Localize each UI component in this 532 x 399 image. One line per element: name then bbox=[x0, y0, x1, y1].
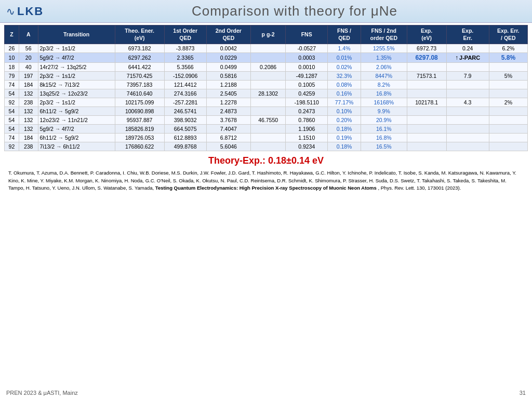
cell-experr bbox=[446, 134, 489, 142]
col-1stqed: 1st OrderQED bbox=[164, 25, 206, 44]
cell-2ndqed: 0.0229 bbox=[206, 53, 250, 63]
cell-theo: 100690.898 bbox=[115, 107, 164, 116]
cell-exp bbox=[407, 63, 446, 72]
main-title: Comparison with theory for μNe bbox=[192, 3, 397, 19]
cell-fns: -0.0527 bbox=[286, 44, 328, 53]
cell-fns2nd: 16.8% bbox=[361, 134, 407, 142]
cell-transition: 2p3/2 → 1s1/2 bbox=[38, 72, 115, 81]
cell-fnsqed: 0.16% bbox=[328, 89, 361, 98]
cell-fns2nd: 16.5% bbox=[361, 142, 407, 151]
theory-exp: Theory-Exp.: 0.18±0.14 eV bbox=[4, 155, 528, 166]
cell-fns2nd: 1.35% bbox=[361, 53, 407, 63]
cell-experr: 4.3 bbox=[446, 98, 489, 107]
cell-fnsqed: 0.19% bbox=[328, 134, 361, 142]
cell-fns2nd: 20.9% bbox=[361, 116, 407, 125]
cell-experrqed bbox=[489, 81, 527, 89]
col-2ndqed: 2nd OrderQED bbox=[206, 25, 250, 44]
cell-2ndqed: 0.0042 bbox=[206, 44, 250, 53]
footer: PREN 2023 & μASTI, Mainz 31 bbox=[0, 390, 532, 396]
references-bold: Testing Quantum Electrodynamics: High Pr… bbox=[155, 185, 377, 191]
references: T. Okumura, T. Azuma, D.A. Bennett, P. C… bbox=[8, 169, 524, 192]
cell-transition: 8k15/2 → 7i13/2 bbox=[38, 81, 115, 89]
cell-experr bbox=[446, 142, 489, 151]
cell-1stqed: 612.8893 bbox=[164, 134, 206, 142]
cell-experr bbox=[446, 89, 489, 98]
cell-fns2nd: 1255.5% bbox=[361, 44, 407, 53]
cell-1stqed: -3.8873 bbox=[164, 44, 206, 53]
cell-z: 54 bbox=[5, 107, 19, 116]
cell-experr bbox=[446, 81, 489, 89]
cell-fns: 0.0010 bbox=[286, 63, 328, 72]
table-row: 54 132 12o23/2 → 11n21/2 95937.887 398.9… bbox=[5, 116, 528, 125]
cell-a: 184 bbox=[19, 81, 38, 89]
cell-experr bbox=[446, 116, 489, 125]
cell-theo: 6441.422 bbox=[115, 63, 164, 72]
table-row: 79 197 2p3/2 → 1s1/2 71570.425 -152.0906… bbox=[5, 72, 528, 81]
cell-fns: 0.2473 bbox=[286, 107, 328, 116]
cell-exp: 6972.73 bbox=[407, 44, 446, 53]
table-row: 92 238 7i13/2 → 6h11/2 176860.622 499.87… bbox=[5, 142, 528, 151]
cell-theo: 189726.053 bbox=[115, 134, 164, 142]
cell-2ndqed: 0.0499 bbox=[206, 63, 250, 72]
cell-fnsqed: 1.4% bbox=[328, 44, 361, 53]
logo-area: ∿ LKB bbox=[6, 5, 63, 18]
cell-exp bbox=[407, 89, 446, 98]
cell-experrqed bbox=[489, 89, 527, 98]
cell-exp: 71573.1 bbox=[407, 72, 446, 81]
cell-experr bbox=[446, 63, 489, 72]
cell-z: 74 bbox=[5, 134, 19, 142]
cell-a: 184 bbox=[19, 134, 38, 142]
col-experrqed: Exp. Err./ QED bbox=[489, 25, 527, 44]
table-header-row: Z A Transition Theo. Ener.(eV) 1st Order… bbox=[5, 25, 528, 44]
col-fns: FNS bbox=[286, 25, 328, 44]
cell-z: 74 bbox=[5, 81, 19, 89]
cell-fns2nd: 8447% bbox=[361, 72, 407, 81]
cell-a: 197 bbox=[19, 72, 38, 81]
col-experr: Exp.Err. bbox=[446, 25, 489, 44]
cell-fns: 0.4259 bbox=[286, 89, 328, 98]
table-row: 92 238 2p3/2 → 1s1/2 102175.099 -257.228… bbox=[5, 98, 528, 107]
cell-pg2 bbox=[251, 44, 286, 53]
cell-fns2nd: 16.1% bbox=[361, 125, 407, 134]
cell-fnsqed: 0.18% bbox=[328, 142, 361, 151]
cell-transition: 14r27/2 → 13q25/2 bbox=[38, 63, 115, 72]
cell-exp bbox=[407, 81, 446, 89]
cell-transition: 7i13/2 → 6h11/2 bbox=[38, 142, 115, 151]
cell-experrqed bbox=[489, 107, 527, 116]
cell-pg2: 28.1302 bbox=[251, 89, 286, 98]
cell-transition: 5g9/2 → 4f7/2 bbox=[38, 53, 115, 63]
cell-fns: -198.5110 bbox=[286, 98, 328, 107]
cell-a: 132 bbox=[19, 116, 38, 125]
cell-experrqed: 5% bbox=[489, 72, 527, 81]
cell-theo: 102175.099 bbox=[115, 98, 164, 107]
cell-1stqed: 5.3566 bbox=[164, 63, 206, 72]
cell-fns2nd: 9.9% bbox=[361, 107, 407, 116]
cell-experrqed: 2% bbox=[489, 98, 527, 107]
cell-experrqed bbox=[489, 142, 527, 151]
cell-experr: 7.9 bbox=[446, 72, 489, 81]
col-fns2nd: FNS / 2ndorder QED bbox=[361, 25, 407, 44]
col-a: A bbox=[19, 25, 38, 44]
col-exp: Exp.(eV) bbox=[407, 25, 446, 44]
cell-2ndqed: 0.5816 bbox=[206, 72, 250, 81]
cell-1stqed: 121.4412 bbox=[164, 81, 206, 89]
title-area: Comparison with theory for μNe bbox=[63, 3, 526, 19]
cell-a: 40 bbox=[19, 63, 38, 72]
cell-exp: 102178.1 bbox=[407, 98, 446, 107]
cell-1stqed: 664.5075 bbox=[164, 125, 206, 134]
cell-pg2 bbox=[251, 134, 286, 142]
cell-z: 10 bbox=[5, 53, 19, 63]
cell-theo: 74610.640 bbox=[115, 89, 164, 98]
cell-transition: 13q25/2 → 12o23/2 bbox=[38, 89, 115, 98]
cell-a: 20 bbox=[19, 53, 38, 63]
cell-z: 18 bbox=[5, 63, 19, 72]
cell-fns2nd: 16168% bbox=[361, 98, 407, 107]
cell-2ndqed: 1.2278 bbox=[206, 98, 250, 107]
cell-pg2 bbox=[251, 81, 286, 89]
cell-theo: 95937.887 bbox=[115, 116, 164, 125]
cell-a: 132 bbox=[19, 125, 38, 134]
cell-pg2 bbox=[251, 72, 286, 81]
cell-a: 132 bbox=[19, 89, 38, 98]
cell-experrqed bbox=[489, 116, 527, 125]
col-pg2: p g-2 bbox=[251, 25, 286, 44]
